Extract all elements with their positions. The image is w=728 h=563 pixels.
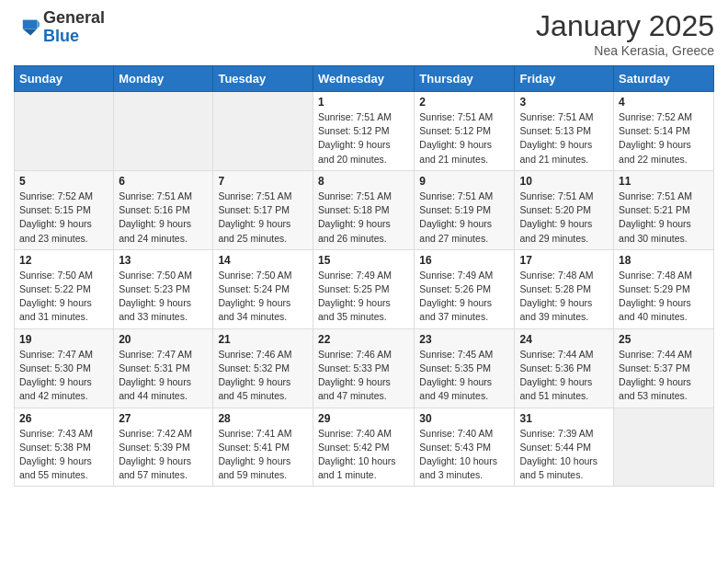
day-content: Sunrise: 7:41 AM Sunset: 5:41 PM Dayligh… [218,427,308,483]
calendar-cell-day-29: 29Sunrise: 7:40 AM Sunset: 5:42 PM Dayli… [313,408,414,487]
day-content: Sunrise: 7:50 AM Sunset: 5:22 PM Dayligh… [19,269,108,325]
day-header-thursday: Thursday [415,66,515,92]
day-number: 13 [119,254,208,267]
day-content: Sunrise: 7:51 AM Sunset: 5:13 PM Dayligh… [519,110,609,167]
calendar-week-row: 12Sunrise: 7:50 AM Sunset: 5:22 PM Dayli… [15,249,714,328]
calendar-cell-day-2: 2Sunrise: 7:51 AM Sunset: 5:12 PM Daylig… [415,92,515,171]
day-number: 30 [419,412,509,425]
svg-marker-0 [23,19,37,29]
day-content: Sunrise: 7:51 AM Sunset: 5:19 PM Dayligh… [419,190,509,246]
day-number: 4 [619,96,709,109]
svg-marker-2 [37,19,40,29]
day-number: 29 [318,412,409,425]
svg-marker-1 [23,29,37,35]
day-content: Sunrise: 7:39 AM Sunset: 5:44 PM Dayligh… [519,427,609,483]
calendar-cell-empty [114,92,213,171]
calendar-cell-day-21: 21Sunrise: 7:46 AM Sunset: 5:32 PM Dayli… [213,328,313,408]
calendar-cell-day-6: 6Sunrise: 7:51 AM Sunset: 5:16 PM Daylig… [114,170,213,249]
day-content: Sunrise: 7:48 AM Sunset: 5:29 PM Dayligh… [619,269,709,325]
day-content: Sunrise: 7:43 AM Sunset: 5:38 PM Dayligh… [19,427,108,483]
day-number: 1 [318,96,409,109]
day-number: 5 [19,175,108,188]
calendar-cell-day-7: 7Sunrise: 7:51 AM Sunset: 5:17 PM Daylig… [213,170,313,249]
day-header-saturday: Saturday [614,66,714,92]
day-number: 21 [218,333,308,346]
calendar-cell-day-16: 16Sunrise: 7:49 AM Sunset: 5:26 PM Dayli… [415,249,515,328]
calendar-cell-day-13: 13Sunrise: 7:50 AM Sunset: 5:23 PM Dayli… [114,249,213,328]
location: Nea Kerasia, Greece [536,43,714,58]
calendar-cell-day-27: 27Sunrise: 7:42 AM Sunset: 5:39 PM Dayli… [114,408,213,487]
day-content: Sunrise: 7:51 AM Sunset: 5:20 PM Dayligh… [519,190,609,246]
logo: General Blue [14,9,105,46]
day-number: 31 [519,412,609,425]
day-content: Sunrise: 7:51 AM Sunset: 5:18 PM Dayligh… [318,190,409,246]
calendar-cell-day-30: 30Sunrise: 7:40 AM Sunset: 5:43 PM Dayli… [415,408,515,487]
day-header-friday: Friday [515,66,614,92]
month-title: January 2025 [536,9,714,43]
day-content: Sunrise: 7:51 AM Sunset: 5:16 PM Dayligh… [119,190,208,246]
calendar-cell-day-25: 25Sunrise: 7:44 AM Sunset: 5:37 PM Dayli… [614,328,714,408]
calendar-week-row: 1Sunrise: 7:51 AM Sunset: 5:12 PM Daylig… [15,92,714,171]
day-content: Sunrise: 7:42 AM Sunset: 5:39 PM Dayligh… [119,427,208,483]
calendar-cell-day-19: 19Sunrise: 7:47 AM Sunset: 5:30 PM Dayli… [15,328,114,408]
day-number: 20 [119,333,208,346]
calendar-cell-day-14: 14Sunrise: 7:50 AM Sunset: 5:24 PM Dayli… [213,249,313,328]
calendar-cell-day-23: 23Sunrise: 7:45 AM Sunset: 5:35 PM Dayli… [415,328,515,408]
day-number: 8 [318,175,409,188]
day-number: 15 [318,254,409,267]
calendar-week-row: 19Sunrise: 7:47 AM Sunset: 5:30 PM Dayli… [15,328,714,408]
page-header: General Blue January 2025 Nea Kerasia, G… [14,9,714,58]
calendar-cell-day-11: 11Sunrise: 7:51 AM Sunset: 5:21 PM Dayli… [614,170,714,249]
calendar-cell-day-10: 10Sunrise: 7:51 AM Sunset: 5:20 PM Dayli… [515,170,614,249]
day-content: Sunrise: 7:51 AM Sunset: 5:12 PM Dayligh… [318,110,409,167]
day-content: Sunrise: 7:45 AM Sunset: 5:35 PM Dayligh… [419,348,509,404]
day-number: 16 [419,254,509,267]
day-content: Sunrise: 7:52 AM Sunset: 5:14 PM Dayligh… [619,110,709,167]
day-content: Sunrise: 7:50 AM Sunset: 5:24 PM Dayligh… [218,269,308,325]
day-number: 6 [119,175,208,188]
calendar-cell-day-15: 15Sunrise: 7:49 AM Sunset: 5:25 PM Dayli… [313,249,414,328]
day-number: 28 [218,412,308,425]
day-number: 18 [619,254,709,267]
day-number: 25 [619,333,709,346]
calendar-cell-day-3: 3Sunrise: 7:51 AM Sunset: 5:13 PM Daylig… [515,92,614,171]
logo-general-text: General [43,9,105,28]
calendar-header-row: SundayMondayTuesdayWednesdayThursdayFrid… [15,66,714,92]
calendar-cell-day-12: 12Sunrise: 7:50 AM Sunset: 5:22 PM Dayli… [15,249,114,328]
day-content: Sunrise: 7:52 AM Sunset: 5:15 PM Dayligh… [19,190,108,246]
day-number: 26 [19,412,108,425]
calendar-cell-day-9: 9Sunrise: 7:51 AM Sunset: 5:19 PM Daylig… [415,170,515,249]
logo-icon [14,15,40,40]
calendar-cell-day-20: 20Sunrise: 7:47 AM Sunset: 5:31 PM Dayli… [114,328,213,408]
day-number: 17 [519,254,609,267]
calendar-cell-day-5: 5Sunrise: 7:52 AM Sunset: 5:15 PM Daylig… [15,170,114,249]
day-content: Sunrise: 7:40 AM Sunset: 5:43 PM Dayligh… [419,427,509,483]
logo-blue-text: Blue [43,28,105,46]
day-number: 27 [119,412,208,425]
calendar-cell-day-17: 17Sunrise: 7:48 AM Sunset: 5:28 PM Dayli… [515,249,614,328]
calendar-cell-empty [15,92,114,171]
day-content: Sunrise: 7:50 AM Sunset: 5:23 PM Dayligh… [119,269,208,325]
day-content: Sunrise: 7:44 AM Sunset: 5:37 PM Dayligh… [619,348,709,404]
day-content: Sunrise: 7:51 AM Sunset: 5:12 PM Dayligh… [419,110,509,167]
day-number: 11 [619,175,709,188]
day-content: Sunrise: 7:48 AM Sunset: 5:28 PM Dayligh… [519,269,609,325]
day-number: 19 [19,333,108,346]
calendar-cell-day-18: 18Sunrise: 7:48 AM Sunset: 5:29 PM Dayli… [614,249,714,328]
calendar-cell-day-24: 24Sunrise: 7:44 AM Sunset: 5:36 PM Dayli… [515,328,614,408]
calendar-cell-empty [213,92,313,171]
day-header-sunday: Sunday [15,66,114,92]
day-number: 22 [318,333,409,346]
calendar-cell-empty [614,408,714,487]
day-content: Sunrise: 7:46 AM Sunset: 5:33 PM Dayligh… [318,348,409,404]
calendar-cell-day-4: 4Sunrise: 7:52 AM Sunset: 5:14 PM Daylig… [614,92,714,171]
day-number: 2 [419,96,509,109]
day-number: 9 [419,175,509,188]
title-block: January 2025 Nea Kerasia, Greece [536,9,714,58]
day-number: 23 [419,333,509,346]
day-number: 10 [519,175,609,188]
day-content: Sunrise: 7:44 AM Sunset: 5:36 PM Dayligh… [519,348,609,404]
day-header-monday: Monday [114,66,213,92]
day-content: Sunrise: 7:47 AM Sunset: 5:30 PM Dayligh… [19,348,108,404]
day-content: Sunrise: 7:49 AM Sunset: 5:25 PM Dayligh… [318,269,409,325]
